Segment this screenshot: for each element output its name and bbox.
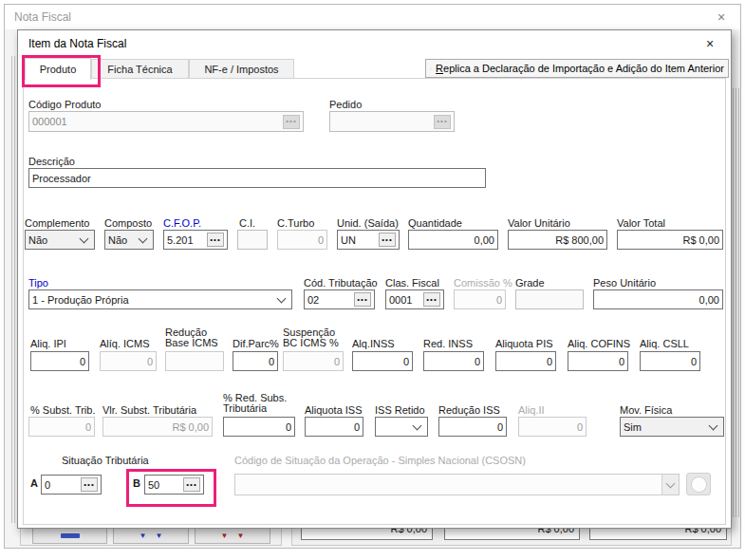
mov-fisica-label: Mov. Física [620,405,672,416]
comissao-field: 0 [454,289,506,309]
alq-inss-field[interactable]: 0 [352,351,413,371]
mov-fisica-select[interactable]: Sim [620,417,724,437]
chevron-down-icon [77,232,91,248]
bottom-button-2[interactable]: ▼ ▼ [113,528,189,544]
csosn-select [234,474,680,495]
situacao-a-field[interactable]: 0 ••• [41,475,102,495]
aliq-cofins-label: Aliq. COFINS [568,339,630,349]
pedido-lookup-button[interactable]: ••• [434,115,451,129]
cod-tributacao-label: Cód. Tributação [304,278,378,289]
tab-label: Ficha Técnica [107,64,172,75]
grade-label: Grade [515,278,545,289]
dif-parc-field[interactable]: 0 [233,351,278,371]
chevron-down-icon [274,291,289,308]
cturbo-label: C.Turbo [277,218,314,229]
circle-icon [691,476,707,493]
aliq-icms-label: Alíq. ICMS [100,339,150,349]
situacao-tributaria-label: Situação Tributária [62,456,149,466]
blue-arrow-down-icon: ▼ [140,532,147,540]
tipo-label: Tipo [28,278,48,289]
cturbo-field: 0 [277,230,327,250]
aliq-csll-field[interactable]: 0 [640,351,700,371]
unid-saida-field[interactable]: UN ••• [337,230,400,250]
aliq-cofins-field[interactable]: 0 [568,351,628,371]
pedido-label: Pedido [329,100,362,110]
reducao-base-icms-field [165,351,224,371]
situacao-a-label: A [30,478,38,489]
replica-declaracao-button[interactable]: Replica a Declaração de Importação e Adi… [425,59,729,78]
pct-subst-trib-field: 0 [28,417,95,437]
cod-tributacao-field[interactable]: 02 ••• [304,289,375,309]
grid-icon [61,533,80,538]
quantidade-field[interactable]: 0,00 [408,230,498,250]
vlr-subst-trib-label: Vlr. Subst. Tributária [102,405,196,416]
peso-unitario-field[interactable]: 0,00 [593,289,723,309]
csosn-circle-button[interactable] [686,473,711,495]
comissao-label: Comissão % [454,278,512,289]
aliquota-pis-field[interactable]: 0 [495,351,556,371]
reducao-base-icms-label: Redução Base ICMS [165,327,224,348]
pct-red-subs-trib-field[interactable]: 0 [223,417,295,437]
vlr-subst-trib-field: R$ 0,00 [102,417,213,437]
situacao-b-label: B [133,478,140,489]
grade-field[interactable] [515,289,584,309]
aliq-ipi-label: Aliq. IPI [30,339,66,349]
replica-icon [430,63,432,75]
unid-saida-lookup-button[interactable]: ••• [379,233,396,247]
chevron-down-icon [661,475,679,495]
descricao-field[interactable]: Processador [28,168,486,188]
pct-subst-trib-label: % Subst. Trib. [30,405,95,416]
tab-label: Produto [40,64,77,75]
situacao-a-lookup-button[interactable]: ••• [81,477,98,492]
aliq-ii-label: Aliq.II [518,405,545,416]
aliq-ipi-field[interactable]: 0 [30,351,89,371]
screen: Nota Fiscal × ▼ ▼ ▼ ▼ R$ 0,00 R$ 0,00 R$… [0,0,745,560]
pct-red-subs-trib-label: % Red. Subs. Tributária [223,393,299,414]
blue-arrow-down-icon: ▼ [156,532,163,540]
aliquota-iss-field[interactable]: 0 [305,417,363,437]
aliquota-pis-label: Aliquota PIS [495,339,553,349]
suspencao-bc-icms-label: Suspenção BC ICMS % [283,327,345,348]
valor-unitario-field[interactable]: R$ 800,00 [508,230,607,250]
situacao-b-field[interactable]: 50 ••• [144,475,204,495]
clas-fiscal-lookup-button[interactable]: ••• [423,292,440,307]
aliq-csll-label: Aliq. CSLL [640,339,689,349]
composto-select[interactable]: Não [104,230,154,250]
iss-retido-select[interactable] [375,417,428,437]
red-arrow-down-icon: ▼ [221,532,229,540]
composto-label: Composto [104,218,152,229]
tab-produto[interactable]: Produto [25,58,91,80]
tab-ficha-tecnica[interactable]: Ficha Técnica [91,59,189,79]
tipo-select[interactable]: 1 - Produção Própria [28,289,292,309]
aliq-icms-field: 0 [100,351,157,371]
background-edge-line [11,56,12,523]
aliquota-iss-label: Aliquota ISS [305,405,363,416]
pedido-field[interactable]: ••• [329,111,455,132]
chevron-down-icon [410,419,424,435]
cod-tributacao-lookup-button[interactable]: ••• [354,292,371,307]
background-edge-line [733,88,734,517]
replica-label: Replica a Declaração de Importação e Adi… [436,63,724,74]
dialog-close-icon[interactable]: × [700,34,719,53]
dif-parc-label: Dif.Parc% [233,339,279,349]
clas-fiscal-field[interactable]: 0001 ••• [385,289,444,309]
reducao-iss-field[interactable]: 0 [438,417,507,437]
tab-nfe-impostos[interactable]: NF-e / Impostos [189,59,294,79]
cfop-field[interactable]: 5.201 ••• [163,230,228,250]
window-title: Nota Fiscal [14,10,71,24]
iss-retido-label: ISS Retido [375,405,425,416]
codigo-produto-field[interactable]: 000001 ••• [28,111,304,132]
valor-total-field[interactable]: R$ 0,00 [617,230,723,250]
item-nota-fiscal-dialog: Item da Nota Fiscal × Produto Ficha Técn… [17,29,732,529]
complemento-select[interactable]: Não [25,230,95,250]
nota-fiscal-titlebar: Nota Fiscal × [5,5,740,29]
cfop-lookup-button[interactable]: ••• [207,233,224,247]
unid-saida-label: Unid. (Saída) [337,218,399,229]
bottom-button-1[interactable] [32,528,107,544]
bottom-button-3[interactable]: ▼ ▼ [195,528,270,544]
codigo-produto-lookup-button[interactable]: ••• [283,115,300,129]
red-inss-field[interactable]: 0 [423,351,484,371]
window-close-icon[interactable]: × [712,8,731,27]
ci-field[interactable] [237,230,268,250]
situacao-b-lookup-button[interactable]: ••• [183,477,200,492]
